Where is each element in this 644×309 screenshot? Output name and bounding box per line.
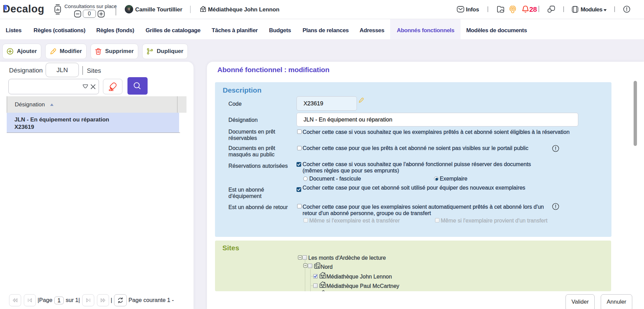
svg-text:Decalog: Decalog: [3, 3, 44, 15]
